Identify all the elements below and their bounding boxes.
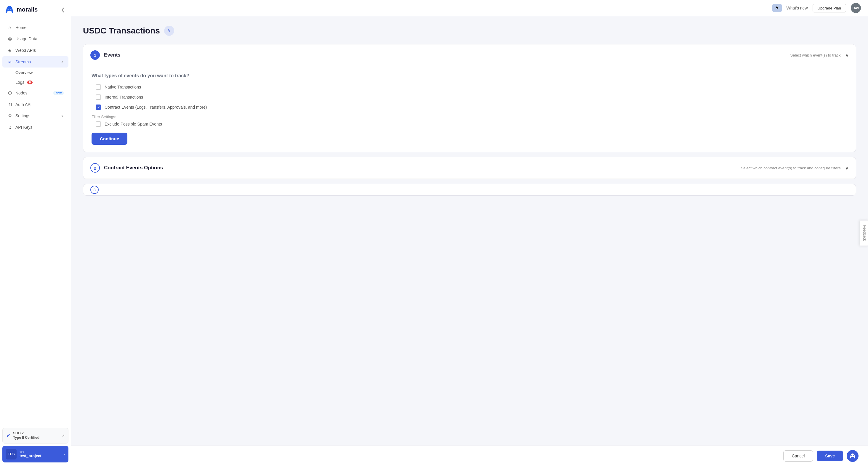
streams-icon: ≋ — [7, 59, 12, 65]
flag-icon[interactable]: ⚑ — [772, 4, 782, 12]
internal-tx-checkbox[interactable] — [96, 94, 101, 100]
page-title-row: USDC Transactions ✎ — [83, 26, 856, 36]
step-3-badge: 3 — [90, 186, 99, 194]
sidebar-logo-area: moralis ❮ — [0, 0, 71, 19]
events-question: What types of events do you want to trac… — [92, 73, 847, 78]
sidebar-item-nodes[interactable]: ⬡ Nodes New — [2, 87, 68, 99]
internal-tx-item[interactable]: Internal Transactions — [96, 94, 847, 100]
filter-settings-label: Filter Settings: — [92, 114, 847, 119]
events-section-title: Events — [104, 52, 790, 58]
edit-title-button[interactable]: ✎ — [164, 26, 174, 36]
sidebar-item-auth-api[interactable]: ⚿ Auth API — [2, 99, 68, 110]
sidebar-collapse-button[interactable]: ❮ — [60, 6, 66, 13]
svg-point-0 — [851, 455, 852, 456]
cancel-button[interactable]: Cancel — [783, 450, 813, 462]
moralis-fab-button[interactable] — [847, 450, 859, 462]
checkbox-list: Native Transactions Internal Transaction… — [93, 85, 847, 110]
contract-events-label: Contract Events (Logs, Transfers, Approv… — [104, 105, 207, 109]
save-button[interactable]: Save — [817, 451, 843, 461]
sidebar-item-usage-data[interactable]: ◎ Usage Data — [2, 33, 68, 44]
events-card-header: 1 Events Select which event(s) to track.… — [83, 44, 856, 66]
project-avatar: TES — [6, 449, 17, 460]
logs-label: Logs — [16, 80, 24, 85]
project-name: test_project — [20, 454, 60, 458]
sidebar: moralis ❮ ⌂ Home ◎ Usage Data ◈ Web3 API… — [0, 0, 71, 466]
settings-icon: ⚙ — [7, 113, 12, 119]
soc2-text: SOC 2 Type II Certified — [13, 431, 39, 440]
native-tx-checkbox[interactable] — [96, 85, 101, 90]
sidebar-item-label: Auth API — [16, 102, 64, 107]
auth-api-icon: ⚿ — [7, 102, 12, 107]
sidebar-item-home[interactable]: ⌂ Home — [2, 22, 68, 33]
nodes-icon: ⬡ — [7, 90, 12, 96]
internal-tx-label: Internal Transactions — [104, 95, 143, 99]
whats-new-link[interactable]: What's new — [786, 6, 808, 10]
sidebar-item-label: Usage Data — [16, 36, 64, 41]
svg-point-1 — [853, 455, 854, 456]
soc2-shield-icon: ✔ — [6, 432, 11, 439]
sidebar-item-label: Settings — [16, 113, 58, 118]
events-section-subtitle: Select which event(s) to track. — [790, 53, 842, 58]
step-1-badge: 1 — [90, 50, 100, 60]
settings-arrow-icon: ∨ — [61, 114, 64, 118]
logo[interactable]: moralis — [5, 5, 38, 13]
content-area: USDC Transactions ✎ 1 Events Select whic… — [71, 16, 868, 445]
soc2-sublabel: Type II Certified — [13, 435, 39, 440]
logo-text: moralis — [17, 6, 38, 13]
logs-badge: 0 — [27, 80, 33, 85]
sidebar-footer: ✔ SOC 2 Type II Certified ↗ TES xxx test… — [0, 424, 71, 466]
contract-events-checkbox[interactable] — [96, 104, 101, 110]
sidebar-item-label: Nodes — [16, 91, 50, 95]
filter-checkbox-list: Exclude Possible Spam Events — [93, 122, 847, 127]
project-label: xxx — [20, 450, 60, 454]
contract-events-card: 2 Contract Events Options Select which c… — [83, 157, 856, 179]
edit-icon: ✎ — [167, 28, 171, 33]
project-box[interactable]: TES xxx test_project › — [2, 446, 68, 462]
bottom-bar: Cancel Save — [71, 445, 868, 466]
nodes-new-badge: New — [53, 91, 64, 95]
topbar: ⚑ What's new Upgrade Plan DAV — [71, 0, 868, 16]
contract-events-section-subtitle: Select which contract event(s) to track … — [741, 166, 842, 170]
sidebar-item-streams[interactable]: ≋ Streams ∧ — [2, 56, 68, 67]
continue-button[interactable]: Continue — [92, 133, 127, 145]
native-tx-label: Native Transactions — [104, 85, 141, 90]
section-3-card: 3 — [83, 184, 856, 196]
sidebar-item-label: Home — [16, 25, 64, 30]
soc2-label: SOC 2 — [13, 431, 39, 436]
exclude-spam-item[interactable]: Exclude Possible Spam Events — [96, 122, 847, 127]
contract-events-card-header: 2 Contract Events Options Select which c… — [83, 157, 856, 179]
contract-events-section-title: Contract Events Options — [104, 165, 741, 171]
sidebar-item-label: API Keys — [16, 125, 64, 130]
api-keys-icon: ⚷ — [7, 125, 12, 130]
sidebar-item-label: Streams — [16, 60, 58, 64]
sidebar-item-label: Web3 APIs — [16, 48, 64, 53]
events-card: 1 Events Select which event(s) to track.… — [83, 44, 856, 152]
sidebar-nav: ⌂ Home ◎ Usage Data ◈ Web3 APIs ≋ Stream… — [0, 19, 71, 424]
feedback-tab[interactable]: Feedback — [860, 220, 868, 246]
exclude-spam-label: Exclude Possible Spam Events — [104, 122, 162, 126]
events-collapse-icon[interactable]: ∧ — [845, 53, 849, 58]
soc2-box[interactable]: ✔ SOC 2 Type II Certified ↗ — [2, 428, 68, 443]
usage-data-icon: ◎ — [7, 36, 12, 41]
project-arrow-icon: › — [63, 452, 65, 457]
home-icon: ⌂ — [7, 25, 12, 30]
step-2-badge: 2 — [90, 163, 100, 173]
project-info: xxx test_project — [20, 450, 60, 458]
exclude-spam-checkbox[interactable] — [96, 122, 101, 127]
sidebar-item-settings[interactable]: ⚙ Settings ∨ — [2, 110, 68, 122]
native-tx-item[interactable]: Native Transactions — [96, 85, 847, 90]
page-title: USDC Transactions — [83, 26, 160, 36]
overview-label: Overview — [16, 70, 33, 75]
main: ⚑ What's new Upgrade Plan DAV USDC Trans… — [71, 0, 868, 466]
sidebar-item-overview[interactable]: Overview — [2, 68, 68, 77]
contract-events-collapse-icon[interactable]: ∨ — [845, 165, 849, 171]
soc2-external-link-icon: ↗ — [62, 434, 65, 438]
sidebar-item-web3-apis[interactable]: ◈ Web3 APIs — [2, 45, 68, 56]
sidebar-item-logs[interactable]: Logs 0 — [2, 77, 68, 87]
upgrade-plan-button[interactable]: Upgrade Plan — [813, 4, 846, 12]
sidebar-item-api-keys[interactable]: ⚷ API Keys — [2, 122, 68, 133]
contract-events-item[interactable]: Contract Events (Logs, Transfers, Approv… — [96, 104, 847, 110]
events-card-body: What types of events do you want to trac… — [83, 66, 856, 152]
user-avatar[interactable]: DAV — [851, 3, 861, 13]
web3-apis-icon: ◈ — [7, 48, 12, 53]
